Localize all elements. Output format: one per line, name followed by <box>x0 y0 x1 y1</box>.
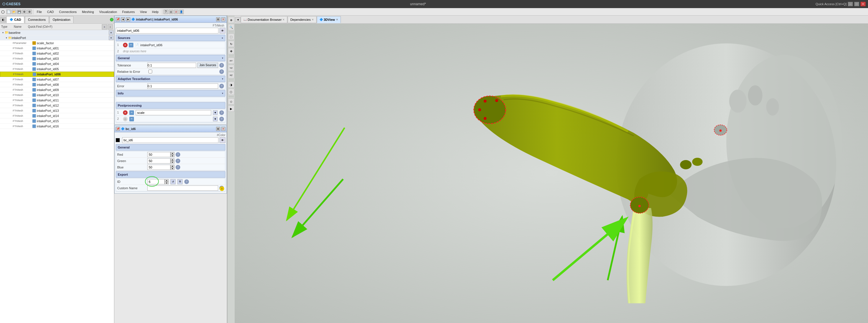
join-sources-btn[interactable]: Join Sources <box>197 63 218 68</box>
canvas-area[interactable] <box>235 24 868 323</box>
intake-port-close-btn[interactable]: ✕ <box>221 17 225 22</box>
menu-visualization[interactable]: Visualization <box>97 9 120 14</box>
postproc-1-name-input[interactable] <box>136 110 211 115</box>
menu-cad[interactable]: CAD <box>45 9 56 14</box>
menu-features[interactable]: Features <box>120 9 137 14</box>
blue-input[interactable] <box>147 165 170 170</box>
postproc-1-delete-btn[interactable]: ✕ <box>123 110 128 115</box>
tree-row-id15[interactable]: FTrMesh intakePort_id15 <box>0 118 114 124</box>
tree-row-id12[interactable]: FTrMesh intakePort_id12 <box>0 103 114 108</box>
export-id-spinner-down[interactable]: ▼ <box>165 182 169 184</box>
tolerance-help-icon[interactable]: ? <box>219 63 224 68</box>
menu-icon2[interactable]: ◎ <box>169 9 173 14</box>
view-select-btn[interactable]: ⬚ <box>228 34 235 40</box>
tree-row-id01[interactable]: FTrMesh intakePort_id01 <box>0 46 114 51</box>
tree-row-id16[interactable]: FTrMesh intakePort_id16 <box>0 124 114 129</box>
menu-icon3[interactable]: ⊘ <box>174 9 179 14</box>
titlebar-minimize-button[interactable]: ─ <box>848 2 853 6</box>
green-input[interactable] <box>147 158 170 164</box>
tolerance-select[interactable]: 0.1 <box>147 63 196 68</box>
info-section-header[interactable]: Info ▾ <box>116 90 225 97</box>
menu-icon4[interactable]: 👤 <box>179 9 184 14</box>
view-top-btn[interactable]: XZ <box>228 72 235 78</box>
view-tabs-nav-btn[interactable]: ◄ <box>235 17 241 22</box>
toolbar-new-button[interactable]: 📄 <box>6 9 11 14</box>
intakeport-expand-icon[interactable]: ▾ <box>5 36 8 40</box>
tree-row-id10[interactable]: FTrMesh intakePort_id10 <box>0 93 114 98</box>
tab-panel-icon[interactable]: ◧ <box>1 17 6 22</box>
green-spinner-up[interactable]: ▲ <box>170 158 175 161</box>
bc-undock-btn[interactable]: ⊞ <box>216 127 220 131</box>
tree-row-intakeport[interactable]: ▾ 📁 intakePort ≡ <box>0 35 114 40</box>
add-button[interactable]: + <box>102 24 107 30</box>
intake-port-vis-btn[interactable]: 👁 <box>220 28 225 34</box>
tess-error-help-icon[interactable]: ? <box>219 84 224 88</box>
3dview-close-icon[interactable]: ✕ <box>336 18 338 21</box>
tree-row-scale-factor[interactable]: FParameter scale_factor <box>0 40 114 46</box>
tree-row-id14[interactable]: FTrMesh intakePort_id14 <box>0 113 114 118</box>
toolbar-open-button[interactable]: 📂 <box>11 9 16 14</box>
menu-meshing[interactable]: Meshing <box>80 9 96 14</box>
tree-row-id13[interactable]: FTrMesh intakePort_id13 <box>0 108 114 113</box>
postprocessing-section-header[interactable]: Postprocessing <box>116 102 225 109</box>
tree-row-id03[interactable]: FTrMesh intakePort_id03 <box>0 56 114 61</box>
export-id-copy-btn[interactable]: ⧉ <box>177 179 183 184</box>
bc-color-swatch[interactable] <box>116 138 120 142</box>
toolbar-save-button[interactable]: 💾 <box>17 9 22 14</box>
view-arrow-btn[interactable]: ▶ <box>228 105 235 112</box>
postproc-1-dropdown-btn[interactable]: ▼ <box>213 110 218 115</box>
view-extra-btn[interactable]: ◇ <box>228 98 235 105</box>
titlebar-maximize-button[interactable]: □ <box>854 2 859 6</box>
tab-cad[interactable]: 🔷 CAD <box>6 16 24 23</box>
intake-port-name-input[interactable] <box>116 28 218 34</box>
tab-3dview[interactable]: 🔷 3DView ✕ <box>317 16 341 23</box>
bc-attach-btn[interactable]: 📌 <box>116 127 120 131</box>
adaptive-tess-section-header[interactable]: Adaptive Tessellation ▾ <box>116 76 225 82</box>
red-input[interactable] <box>147 152 170 157</box>
export-id-input[interactable] <box>147 179 165 184</box>
tree-row-id07[interactable]: FTrMesh intakePort_id07 <box>0 77 114 82</box>
tree-row-id04[interactable]: FTrMesh intakePort_id04 <box>0 61 114 66</box>
view-rotate-btn[interactable]: ↻ <box>228 41 235 47</box>
toolbar-btn4[interactable]: ⚙ <box>22 9 27 14</box>
tree-row-id05[interactable]: FTrMesh intakePort_id05 <box>0 66 114 72</box>
tab-dependencies[interactable]: Dependencies ✕ <box>288 16 316 23</box>
source-1-edit-btn[interactable]: ✏ <box>129 43 133 47</box>
menu-file[interactable]: File <box>34 9 44 14</box>
menu-help-icon[interactable]: ? <box>163 9 168 14</box>
tree-row-id06[interactable]: FTrMesh intakePort_id06 <box>0 72 114 77</box>
menu-help[interactable]: Help <box>150 9 161 14</box>
bc-close-btn[interactable]: ✕ <box>221 127 225 131</box>
tab-documentation-browser[interactable]: 📖 Documentation Browser ✕ <box>241 16 287 23</box>
postproc-2-help-icon[interactable]: ? <box>219 117 224 121</box>
relative-error-help-icon[interactable]: ? <box>219 69 224 74</box>
bc-name-input[interactable] <box>122 137 218 143</box>
tab-optimization[interactable]: Optimization <box>50 16 73 23</box>
tree-row-id02[interactable]: FTrMesh intakePort_id02 <box>0 51 114 56</box>
intakeport-scroll-btn[interactable]: ≡ <box>109 36 114 40</box>
bc-general-section-header[interactable]: General <box>116 144 225 150</box>
source-1-delete-btn[interactable]: ✕ <box>123 43 128 47</box>
custom-name-input[interactable] <box>147 185 218 191</box>
view-pan-btn[interactable]: ✥ <box>228 48 235 54</box>
doc-browser-close-icon[interactable]: ✕ <box>282 18 285 21</box>
blue-spinner-up[interactable]: ▲ <box>170 165 175 167</box>
tree-row-id08[interactable]: FTrMesh intakePort_id08 <box>0 82 114 87</box>
postproc-2-edit-btn[interactable]: ✏ <box>129 117 134 121</box>
red-help-icon[interactable]: ? <box>176 152 180 157</box>
tree-area[interactable]: ▾ 📁 baseline ≡ ▾ 📁 intakePort ≡ FParamet… <box>0 30 114 323</box>
tess-error-select[interactable]: 0.1 <box>147 83 218 89</box>
sources-section-header[interactable]: Sources ▸ <box>116 35 225 41</box>
intake-port-attach-btn[interactable]: 📌 <box>116 17 120 22</box>
general-section-header[interactable]: General ▾ <box>116 55 225 61</box>
blue-help-icon[interactable]: ? <box>176 165 180 170</box>
intake-port-forward-btn[interactable]: ► <box>126 17 130 22</box>
view-front-btn[interactable]: XY <box>228 58 235 64</box>
toolbar-btn5[interactable]: ⚙ <box>27 9 32 14</box>
export-id-help-icon[interactable]: ? <box>184 179 189 184</box>
red-spinner-down[interactable]: ▼ <box>170 154 175 157</box>
export-id-spinner-up[interactable]: ▲ <box>165 179 169 182</box>
green-help-icon[interactable]: ? <box>176 158 180 163</box>
red-spinner-up[interactable]: ▲ <box>170 152 175 154</box>
export-id-reset-btn[interactable]: ↺ <box>170 179 176 184</box>
